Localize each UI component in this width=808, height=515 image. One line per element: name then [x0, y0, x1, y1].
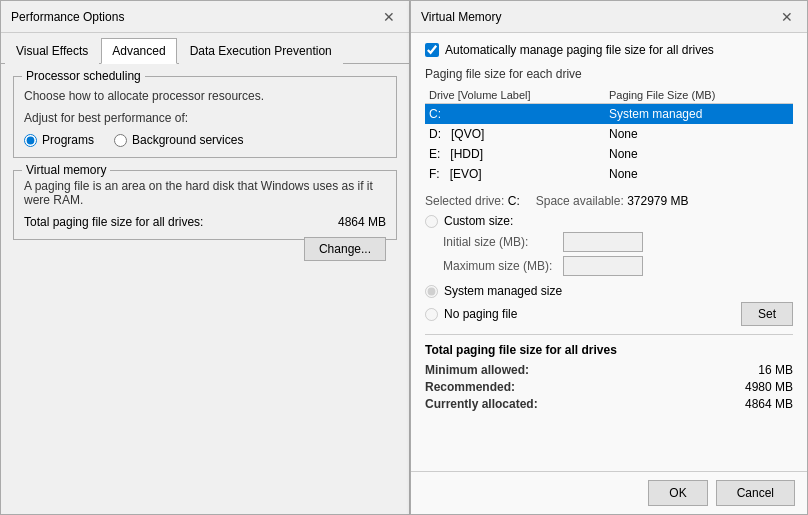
system-managed-radio[interactable]	[425, 285, 438, 298]
total-section-title: Total paging file size for all drives	[425, 343, 793, 357]
space-available-group: Space available: 372979 MB	[536, 194, 689, 208]
total-section: Total paging file size for all drives Mi…	[425, 334, 793, 411]
set-button[interactable]: Set	[741, 302, 793, 326]
no-paging-label: No paging file	[444, 307, 517, 321]
maximum-size-input[interactable]	[563, 256, 643, 276]
drive-info: Selected drive: C: Space available: 3729…	[425, 194, 793, 208]
virtual-memory-desc: A paging file is an area on the hard dis…	[24, 179, 386, 207]
system-managed-row: System managed size	[425, 284, 793, 298]
selected-drive-value: C:	[508, 194, 520, 208]
table-row[interactable]: F: [EVO] None	[425, 164, 793, 184]
perf-titlebar: Performance Options ✕	[1, 1, 409, 33]
programs-radio[interactable]	[24, 134, 37, 147]
tab-dep[interactable]: Data Execution Prevention	[179, 38, 343, 64]
drive-cell: F: [EVO]	[425, 164, 605, 184]
selected-drive-label: Selected drive:	[425, 194, 504, 208]
programs-option[interactable]: Programs	[24, 133, 94, 147]
paging-cell: None	[605, 144, 793, 164]
custom-size-label: Custom size:	[444, 214, 513, 228]
paging-section-title: Paging file size for each drive	[425, 67, 793, 81]
auto-manage-label: Automatically manage paging file size fo…	[445, 43, 714, 57]
virtual-memory-legend: Virtual memory	[22, 163, 110, 177]
table-row[interactable]: E: [HDD] None	[425, 144, 793, 164]
paging-header: Paging File Size (MB)	[605, 87, 793, 104]
currently-value: 4864 MB	[745, 397, 793, 411]
minimum-label: Minimum allowed:	[425, 363, 529, 377]
space-label: Space available:	[536, 194, 624, 208]
drives-table: Drive [Volume Label] Paging File Size (M…	[425, 87, 793, 184]
tab-visual-effects[interactable]: Visual Effects	[5, 38, 99, 64]
drive-cell: D: [QVO]	[425, 124, 605, 144]
vm-body: Automatically manage paging file size fo…	[411, 33, 807, 471]
drive-header: Drive [Volume Label]	[425, 87, 605, 104]
tab-advanced[interactable]: Advanced	[101, 38, 176, 64]
cancel-button[interactable]: Cancel	[716, 480, 795, 506]
initial-size-label: Initial size (MB):	[443, 235, 563, 249]
initial-size-row: Initial size (MB):	[443, 232, 793, 252]
performance-options-panel: Performance Options ✕ Visual Effects Adv…	[0, 0, 410, 515]
maximum-size-row: Maximum size (MB):	[443, 256, 793, 276]
background-radio[interactable]	[114, 134, 127, 147]
currently-label: Currently allocated:	[425, 397, 538, 411]
vm-title: Virtual Memory	[421, 10, 501, 24]
perf-tabs: Visual Effects Advanced Data Execution P…	[1, 33, 409, 64]
recommended-row: Recommended: 4980 MB	[425, 380, 793, 394]
currently-row: Currently allocated: 4864 MB	[425, 397, 793, 411]
initial-size-input[interactable]	[563, 232, 643, 252]
drive-cell: C:	[425, 104, 605, 125]
custom-size-row: Custom size:	[425, 214, 793, 228]
drive-cell: E: [HDD]	[425, 144, 605, 164]
virtual-memory-dialog: Virtual Memory ✕ Automatically manage pa…	[410, 0, 808, 515]
paging-cell: None	[605, 124, 793, 144]
paging-cell: System managed	[605, 104, 793, 125]
custom-size-section: Custom size: Initial size (MB): Maximum …	[425, 214, 793, 276]
auto-manage-checkbox[interactable]	[425, 43, 439, 57]
perf-title: Performance Options	[11, 10, 124, 24]
processor-scheduling-section: Processor scheduling Choose how to alloc…	[13, 76, 397, 158]
system-managed-label: System managed size	[444, 284, 562, 298]
vm-footer: OK Cancel	[411, 471, 807, 514]
maximum-size-label: Maximum size (MB):	[443, 259, 563, 273]
custom-size-radio[interactable]	[425, 215, 438, 228]
background-option[interactable]: Background services	[114, 133, 243, 147]
auto-manage-row: Automatically manage paging file size fo…	[425, 43, 793, 57]
vm-total-row: Total paging file size for all drives: 4…	[24, 215, 386, 229]
recommended-label: Recommended:	[425, 380, 515, 394]
no-paging-option: No paging file	[425, 307, 517, 321]
table-row[interactable]: C: System managed	[425, 104, 793, 125]
perf-close-button[interactable]: ✕	[379, 7, 399, 27]
paging-cell: None	[605, 164, 793, 184]
change-button[interactable]: Change...	[304, 237, 386, 261]
selected-drive-group: Selected drive: C:	[425, 194, 520, 208]
performance-radio-group: Programs Background services	[24, 133, 386, 147]
ok-button[interactable]: OK	[648, 480, 707, 506]
adjust-label: Adjust for best performance of:	[24, 111, 386, 125]
space-value: 372979 MB	[627, 194, 688, 208]
processor-scheduling-legend: Processor scheduling	[22, 69, 145, 83]
recommended-value: 4980 MB	[745, 380, 793, 394]
table-row[interactable]: D: [QVO] None	[425, 124, 793, 144]
no-paging-row: No paging file Set	[425, 302, 793, 326]
vm-close-button[interactable]: ✕	[777, 7, 797, 27]
no-paging-radio[interactable]	[425, 308, 438, 321]
tab-advanced-content: Processor scheduling Choose how to alloc…	[1, 64, 409, 514]
processor-scheduling-desc: Choose how to allocate processor resourc…	[24, 89, 386, 103]
minimum-value: 16 MB	[758, 363, 793, 377]
vm-total-value: 4864 MB	[338, 215, 386, 229]
managed-section: System managed size No paging file Set	[425, 284, 793, 326]
vm-total-label: Total paging file size for all drives:	[24, 215, 203, 229]
minimum-row: Minimum allowed: 16 MB	[425, 363, 793, 377]
vm-titlebar: Virtual Memory ✕	[411, 1, 807, 33]
virtual-memory-section: Virtual memory A paging file is an area …	[13, 170, 397, 240]
